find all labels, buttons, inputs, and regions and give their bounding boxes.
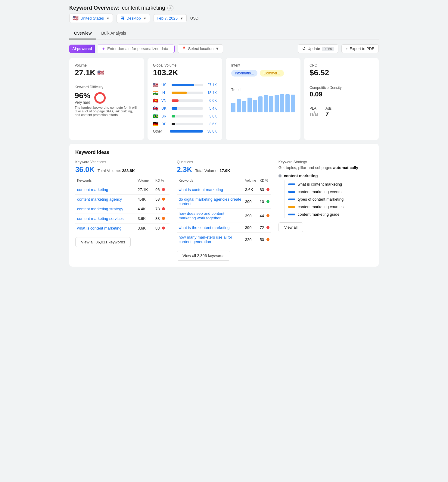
update-button[interactable]: ↺ Update 0/250 — [298, 44, 338, 53]
table-row: content marketing agency 4.4K 58 — [75, 195, 170, 204]
pla-ads-row: PLA n/a Ads 7 — [310, 106, 373, 117]
keyword-ideas-title: Keyword ideas — [75, 150, 373, 155]
trend-label: Trend — [231, 88, 295, 92]
country-filter[interactable]: 🇺🇸 United States ▼ — [69, 14, 113, 23]
tab-overview[interactable]: Overview — [69, 28, 96, 39]
pla-col: PLA n/a — [310, 106, 318, 117]
intent-section: Intent Informatio... Commer... — [226, 58, 300, 82]
svg-point-1 — [95, 93, 105, 103]
questions-vol: Total Volume: 17.9K — [195, 168, 230, 173]
keyword-link[interactable]: content marketing agency — [77, 197, 122, 202]
table-row: what is content marketing 3.6K 83 — [75, 224, 170, 233]
ads-col: Ads 7 — [325, 106, 332, 117]
global-volume-card: Global Volume 103.2K 🇺🇸 US 27.1K 🇮🇳 IN 1… — [148, 58, 222, 140]
strategy-label: Keyword Strategy — [278, 160, 373, 164]
intent-informational-badge: Informatio... — [231, 70, 257, 77]
kd-dot — [266, 226, 269, 229]
q-header-kd: KD % — [258, 177, 271, 185]
location-chevron-icon: ▼ — [215, 46, 219, 51]
keyword-link[interactable]: do digital marketing agencies create con… — [179, 197, 241, 206]
table-row: how does seo and content marketing work … — [177, 209, 271, 223]
country-row-us: 🇺🇸 US 27.1K — [153, 81, 217, 89]
var-header-kw: Keywords — [75, 177, 136, 185]
refresh-icon: ↺ — [302, 46, 306, 51]
volume-value: 27.1K 🇺🇸 — [75, 68, 138, 77]
strategy-bar-icon — [288, 206, 295, 208]
location-pin-icon: 📍 — [182, 46, 186, 51]
export-button[interactable]: ↑ Export to PDF — [341, 44, 379, 53]
country-row-other: Other 38.8K — [153, 128, 217, 135]
keyword-link[interactable]: what is the content marketing — [179, 225, 229, 230]
keyword-link[interactable]: how many marketers use ai for content ge… — [179, 235, 232, 244]
keyword-strategy-col: Keyword Strategy Get topics, pillar and … — [278, 160, 373, 261]
cpc-card: CPC $6.52 Competitive Density 0.09 PLA n… — [304, 58, 379, 140]
competitive-density-label: Competitive Density — [310, 86, 373, 90]
table-row: how many marketers use ai for content ge… — [177, 233, 271, 247]
trend-chart — [231, 94, 295, 112]
kd-dot — [162, 207, 165, 210]
var-header-vol: Volume — [136, 177, 154, 185]
competitive-density-value: 0.09 — [310, 90, 373, 98]
kd-dot — [162, 188, 165, 191]
location-label: Select location — [188, 46, 214, 51]
ai-powered-badge: AI-powered — [69, 45, 95, 53]
device-filter[interactable]: 🖥 Desktop ▼ — [117, 14, 150, 23]
location-select[interactable]: 📍 Select location ▼ — [178, 44, 223, 53]
keyword-link[interactable]: how does seo and content marketing work … — [179, 211, 224, 220]
keyword-link[interactable]: content marketing — [77, 187, 108, 192]
keyword-variations-col: Keyword Variations 36.0K Total Volume: 2… — [75, 160, 170, 261]
export-icon: ↑ — [346, 46, 348, 51]
intent-badges: Informatio... Commer... — [231, 70, 295, 77]
variations-label: Keyword Variations — [75, 160, 170, 164]
volume-kd-card: Volume 27.1K 🇺🇸 Keyword Difficulty 96% V… — [69, 58, 144, 140]
add-keyword-button[interactable]: + — [167, 5, 173, 11]
volume-label: Volume — [75, 63, 138, 67]
tab-bulk-analysis[interactable]: Bulk Analysis — [96, 28, 131, 39]
kd-value: 96% Very hard — [75, 91, 90, 105]
currency-label: USD — [190, 14, 198, 22]
device-chevron-icon: ▼ — [143, 17, 147, 20]
questions-label: Questions — [177, 160, 271, 164]
date-chevron-icon: ▼ — [180, 17, 183, 20]
view-all-variations-button[interactable]: View all 36,011 keywords — [75, 237, 131, 247]
metrics-row-1: Volume 27.1K 🇺🇸 Keyword Difficulty 96% V… — [69, 58, 379, 140]
tabs: Overview Bulk Analysis — [69, 28, 379, 39]
page-title-keyword: content marketing — [122, 5, 165, 11]
kd-dot — [162, 198, 165, 201]
strategy-items: what is content marketing content market… — [283, 180, 373, 218]
ads-label: Ads — [325, 106, 332, 111]
country-chevron-icon: ▼ — [106, 17, 110, 20]
domain-input[interactable] — [107, 46, 170, 51]
country-row-br: 🇧🇷 BR 3.6K — [153, 112, 217, 120]
view-all-strategy-button[interactable]: View all — [278, 222, 303, 232]
country-flag: 🇺🇸 — [73, 15, 79, 21]
view-all-questions-button[interactable]: View all 2,306 keywords — [177, 251, 230, 261]
strategy-bar-icon — [288, 191, 295, 193]
strategy-item-label: content marketing guide — [298, 212, 340, 217]
strategy-item-label: what is content marketing — [298, 182, 342, 186]
keyword-link[interactable]: what is content marketing — [179, 187, 223, 192]
list-item: content marketing courses — [285, 203, 373, 211]
keyword-link[interactable]: content marketing services — [77, 216, 124, 221]
date-filter[interactable]: Feb 7, 2025 ▼ — [154, 14, 187, 22]
strategy-item-label: types of content marketing — [298, 197, 344, 202]
kd-difficulty-label: Very hard — [75, 100, 90, 105]
page-header: Keyword Overview: content marketing + — [69, 5, 379, 11]
table-row: what is the content marketing 390 72 — [177, 223, 271, 233]
questions-table: Keywords Volume KD % what is content mar… — [177, 177, 271, 246]
page-title-label: Keyword Overview: — [69, 5, 120, 11]
update-count-badge: 0/250 — [322, 47, 334, 51]
keyword-link[interactable]: content marketing strategy — [77, 207, 123, 211]
list-item: what is content marketing — [285, 180, 373, 188]
strategy-bar-icon — [288, 183, 295, 185]
strategy-item-label: content marketing courses — [298, 205, 344, 209]
variations-vol: Total Volume: 288.8K — [98, 168, 135, 173]
table-row: content marketing 27.1K 96 — [75, 185, 170, 195]
strategy-description: Get topics, pillar and subpages automati… — [278, 165, 373, 170]
country-label: United States — [80, 16, 104, 20]
kd-row: 96% Very hard — [75, 91, 138, 105]
strategy-bar-icon — [288, 214, 295, 215]
table-row: what is content marketing 3.6K 83 — [177, 185, 271, 195]
keyword-link[interactable]: what is content marketing — [77, 226, 121, 230]
volume-flag: 🇺🇸 — [97, 70, 104, 76]
